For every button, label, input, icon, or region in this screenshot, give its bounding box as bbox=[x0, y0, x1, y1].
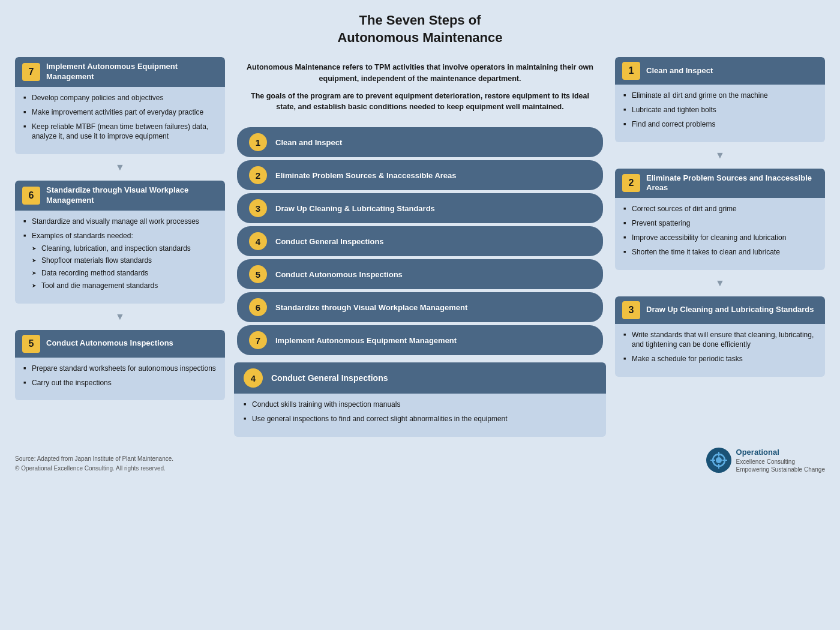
sub-bullets-6: Cleaning, lubrication, and inspection st… bbox=[32, 244, 217, 291]
center-steps-list: 1 Clean and Inspect 2 Eliminate Problem … bbox=[234, 127, 606, 355]
center-step-label-5: Conduct Autonomous Inspections bbox=[275, 270, 403, 279]
left-card-5-body: Prepare standard worksheets for autonomo… bbox=[15, 358, 225, 388]
right-card-2-bullets: Correct sources of dirt and grime Preven… bbox=[623, 204, 817, 257]
arrow-down-2: ▼ bbox=[15, 312, 225, 322]
center-step-number-5: 5 bbox=[249, 265, 267, 283]
bottom-expanded-title: Conduct General Inspections bbox=[271, 373, 388, 383]
list-item: Write standards that will ensure that cl… bbox=[623, 330, 817, 350]
right-card-2-header: 2 Eliminate Problem Sources and Inaccess… bbox=[615, 169, 825, 199]
center-step-row-4: 4 Conduct General Inspections bbox=[237, 226, 603, 256]
page-title: The Seven Steps of Autonomous Maintenanc… bbox=[15, 12, 825, 46]
left-card-7-title: Implement Autonomous Equipment Managemen… bbox=[46, 62, 218, 82]
center-column: Autonomous Maintenance refers to TPM act… bbox=[234, 57, 606, 437]
left-card-7-bullets: Develop company policies and objectives … bbox=[23, 93, 217, 142]
page-wrapper: The Seven Steps of Autonomous Maintenanc… bbox=[0, 0, 840, 630]
center-step-label-4: Conduct General Inspections bbox=[275, 237, 384, 246]
right-column: 1 Clean and Inspect Eliminate all dirt a… bbox=[615, 57, 825, 377]
center-step-number-7: 7 bbox=[249, 331, 267, 349]
list-item: Make improvement activities part of ever… bbox=[23, 107, 217, 118]
left-column: 7 Implement Autonomous Equipment Managem… bbox=[15, 57, 225, 400]
center-step-row-7: 7 Implement Autonomous Equipment Managem… bbox=[237, 325, 603, 355]
brand-tagline: Empowering Sustainable Change bbox=[736, 466, 825, 473]
list-item: Examples of standards needed: Cleaning, … bbox=[23, 231, 217, 291]
right-card-1-bullets: Eliminate all dirt and grime on the mach… bbox=[623, 91, 817, 129]
step-badge-6: 6 bbox=[22, 187, 40, 205]
list-item: Carry out the inspections bbox=[23, 378, 217, 388]
list-item: Use general inspections to find and corr… bbox=[244, 414, 596, 424]
left-card-6-body: Standardize and visually manage all work… bbox=[15, 211, 225, 291]
center-step-label-6: Standardize through Visual Workplace Man… bbox=[275, 303, 467, 312]
footer-copyright: © Operational Excellence Consulting. All… bbox=[15, 464, 173, 473]
bottom-expanded-bullets: Conduct skills training with inspection … bbox=[244, 400, 596, 424]
right-card-2-title: Eliminate Problem Sources and Inaccessib… bbox=[646, 173, 818, 194]
footer-logo-text: Operational Excellence Consulting Empowe… bbox=[736, 448, 825, 473]
center-step-row-2: 2 Eliminate Problem Sources & Inaccessib… bbox=[237, 160, 603, 190]
left-card-5-header: 5 Conduct Autonomous Inspections bbox=[15, 330, 225, 358]
list-item: Lubricate and tighten bolts bbox=[623, 105, 817, 115]
list-item: Correct sources of dirt and grime bbox=[623, 204, 817, 214]
left-card-5: 5 Conduct Autonomous Inspections Prepare… bbox=[15, 330, 225, 401]
list-item: Find and correct problems bbox=[623, 119, 817, 130]
logo-icon bbox=[708, 449, 730, 471]
list-item: Make a schedule for periodic tasks bbox=[623, 354, 817, 364]
step-badge-r1: 1 bbox=[622, 62, 640, 80]
center-step-number-1: 1 bbox=[249, 133, 267, 151]
logo-circle bbox=[706, 448, 731, 473]
arrow-down-r2: ▼ bbox=[615, 278, 825, 288]
desc-para1: Autonomous Maintenance refers to TPM act… bbox=[240, 62, 600, 85]
center-step-number-2: 2 bbox=[249, 166, 267, 184]
right-card-2: 2 Eliminate Problem Sources and Inaccess… bbox=[615, 169, 825, 270]
list-item: Data recording method standards bbox=[32, 268, 217, 278]
step-badge-7: 7 bbox=[22, 63, 40, 81]
right-card-2-body: Correct sources of dirt and grime Preven… bbox=[615, 198, 825, 257]
main-layout: 7 Implement Autonomous Equipment Managem… bbox=[15, 57, 825, 437]
list-item: Improve accessibility for cleaning and l… bbox=[623, 233, 817, 243]
right-card-1-body: Eliminate all dirt and grime on the mach… bbox=[615, 85, 825, 129]
footer-logo: Operational Excellence Consulting Empowe… bbox=[706, 448, 825, 473]
left-card-6-bullets: Standardize and visually manage all work… bbox=[23, 217, 217, 291]
center-step-row-6: 6 Standardize through Visual Workplace M… bbox=[237, 292, 603, 322]
right-card-3-title: Draw Up Cleaning and Lubricating Standar… bbox=[646, 305, 814, 315]
bottom-expanded-body: Conduct skills training with inspection … bbox=[234, 394, 606, 424]
arrow-down-1: ▼ bbox=[15, 163, 225, 172]
center-step-number-4: 4 bbox=[249, 232, 267, 250]
list-item: Prepare standard worksheets for autonomo… bbox=[23, 364, 217, 374]
step-badge-r3: 3 bbox=[622, 301, 640, 319]
list-item: Eliminate all dirt and grime on the mach… bbox=[623, 91, 817, 101]
right-card-3-bullets: Write standards that will ensure that cl… bbox=[623, 330, 817, 364]
right-card-3-header: 3 Draw Up Cleaning and Lubricating Stand… bbox=[615, 296, 825, 324]
step-badge-r2: 2 bbox=[622, 174, 640, 192]
arrow-down-r1: ▼ bbox=[615, 151, 825, 160]
center-step-row-5: 5 Conduct Autonomous Inspections bbox=[237, 259, 603, 289]
list-item: Develop company policies and objectives bbox=[23, 93, 217, 103]
list-item: Conduct skills training with inspection … bbox=[244, 400, 596, 410]
step-badge-5: 5 bbox=[22, 335, 40, 353]
list-item: Prevent spattering bbox=[623, 218, 817, 229]
right-card-1: 1 Clean and Inspect Eliminate all dirt a… bbox=[615, 57, 825, 142]
title-line2: Autonomous Maintenance bbox=[337, 30, 502, 45]
brand-sub: Excellence Consulting bbox=[736, 458, 825, 466]
bottom-expanded-card: 4 Conduct General Inspections Conduct sk… bbox=[234, 362, 606, 437]
footer: Source: Adapted from Japan Institute of … bbox=[15, 448, 825, 473]
list-item: Tool and die management standards bbox=[32, 281, 217, 291]
center-step-label-3: Draw Up Cleaning & Lubricating Standards bbox=[275, 204, 435, 213]
left-card-6-header: 6 Standardize through Visual Workplace M… bbox=[15, 181, 225, 211]
center-description: Autonomous Maintenance refers to TPM act… bbox=[234, 57, 606, 127]
footer-text: Source: Adapted from Japan Institute of … bbox=[15, 454, 173, 473]
list-item: Standardize and visually manage all work… bbox=[23, 217, 217, 227]
list-item: Cleaning, lubrication, and inspection st… bbox=[32, 244, 217, 254]
right-card-3: 3 Draw Up Cleaning and Lubricating Stand… bbox=[615, 296, 825, 377]
right-card-1-header: 1 Clean and Inspect bbox=[615, 57, 825, 85]
list-item: Keep reliable MTBF (mean time between fa… bbox=[23, 122, 217, 142]
center-step-number-3: 3 bbox=[249, 199, 267, 217]
left-card-5-title: Conduct Autonomous Inspections bbox=[46, 338, 173, 349]
desc-para2: The goals of the program are to prevent … bbox=[240, 91, 600, 113]
svg-point-2 bbox=[716, 457, 722, 463]
right-card-3-body: Write standards that will ensure that cl… bbox=[615, 324, 825, 364]
left-card-5-bullets: Prepare standard worksheets for autonomo… bbox=[23, 364, 217, 388]
list-item: Shopfloor materials flow standards bbox=[32, 256, 217, 266]
bottom-expanded-number: 4 bbox=[244, 368, 263, 388]
left-card-7: 7 Implement Autonomous Equipment Managem… bbox=[15, 57, 225, 154]
center-step-label-7: Implement Autonomous Equipment Managemen… bbox=[275, 336, 457, 345]
center-step-row-1: 1 Clean and Inspect bbox=[237, 127, 603, 157]
